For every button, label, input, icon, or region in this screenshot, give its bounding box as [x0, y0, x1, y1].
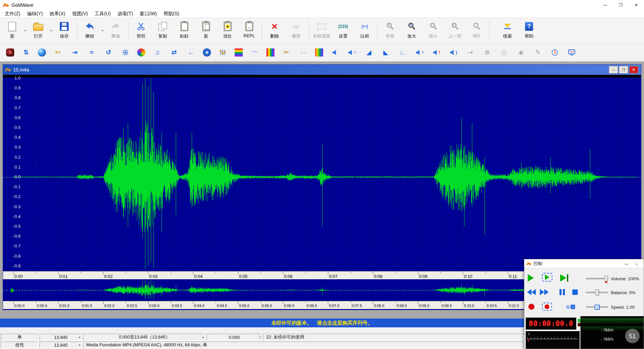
speaker-eq-icon[interactable]: =	[414, 47, 425, 58]
document-title-bar[interactable]: 10.m4a — ❐ ✕	[3, 65, 641, 75]
pitch-icon[interactable]: ♫	[152, 47, 162, 58]
new-dropdown[interactable]: ▾	[23, 19, 27, 42]
cut-button[interactable]: 剪切	[130, 19, 152, 42]
volume-slider[interactable]	[586, 275, 608, 282]
record-button[interactable]	[528, 304, 534, 310]
axes-icon[interactable]: Y×	[53, 47, 63, 58]
position-spinner[interactable]: ▲▼	[259, 335, 261, 339]
fast-forward-button[interactable]	[540, 289, 549, 295]
length-cell[interactable]: 13.845 ▼	[40, 334, 82, 341]
cue-points-button[interactable]: 线索	[497, 19, 518, 42]
menu-help[interactable]: 帮助(S)	[160, 10, 183, 18]
menu-edit[interactable]: 编辑(Y)	[24, 10, 46, 18]
wave-rise-icon[interactable]: ◢	[364, 47, 374, 58]
speaker-icon[interactable]	[330, 47, 340, 58]
equalizer-icon[interactable]	[218, 47, 228, 58]
control-title-bar[interactable]: 控制 — □	[524, 259, 644, 268]
length-dropdown-icon[interactable]: ▼	[78, 336, 81, 339]
zoom-previous-button[interactable]: ↩ 上一页	[444, 19, 466, 42]
record-monitor-button[interactable]: ✓	[566, 305, 575, 309]
restriction-icon[interactable]: ⊘	[482, 47, 492, 58]
play-selection-button[interactable]	[542, 273, 552, 282]
shape-updown-icon[interactable]: ⇅	[21, 47, 31, 58]
color-map-icon[interactable]	[315, 48, 323, 57]
trim-button[interactable]: ×|× 修剪	[285, 19, 307, 42]
shape-tool-icon[interactable]: ◇	[499, 47, 509, 58]
menu-tools[interactable]: 工具(U)	[91, 10, 114, 18]
menu-view[interactable]: 视图(V)	[69, 10, 91, 18]
draw-tool-icon[interactable]: ✎	[533, 47, 543, 58]
waveform-canvas[interactable]	[3, 75, 641, 271]
offset-icon[interactable]: +	[203, 48, 211, 57]
mechanize-icon[interactable]	[120, 47, 130, 58]
minimize-button[interactable]: —	[597, 0, 613, 10]
speaker-wave-icon[interactable]: )	[448, 47, 458, 58]
undo-dropdown[interactable]: ▾	[100, 19, 105, 42]
balance-slider[interactable]	[586, 289, 608, 296]
previous-selection-button[interactable]: {↩} 以前	[354, 19, 376, 42]
selection-dropdown-icon[interactable]: ▼	[202, 336, 204, 339]
menu-window[interactable]: 窗口(W)	[136, 10, 160, 18]
paste-new-button[interactable]: 新	[195, 19, 217, 42]
zoom-selection-button[interactable]: SEL	[466, 19, 487, 42]
sphere-icon[interactable]	[38, 48, 46, 57]
control-maximize-button[interactable]: □	[631, 260, 642, 267]
help-button[interactable]: ? 帮助	[518, 19, 540, 42]
pause-button[interactable]	[559, 289, 566, 295]
silence-cut-icon[interactable]: ✂	[281, 47, 291, 58]
smooth-arrow-icon[interactable]: ⇢	[465, 47, 475, 58]
position-cell[interactable]: 0.000 ▲▼	[207, 334, 262, 341]
overlay-badge[interactable]: 51	[625, 329, 640, 343]
save-button[interactable]: 保存	[53, 19, 75, 42]
open-dropdown[interactable]: ▾	[49, 19, 53, 42]
remix-icon[interactable]	[137, 48, 145, 57]
select-all-button[interactable]: 全部选择	[311, 19, 332, 42]
paste-button[interactable]: 粘贴	[173, 19, 195, 42]
flip-edge-icon[interactable]: ⇥	[70, 47, 80, 58]
spectrogram-icon[interactable]	[266, 48, 275, 57]
delete-button[interactable]: × 删除	[264, 19, 285, 42]
noise-gate-icon[interactable]: →←	[298, 47, 308, 58]
timer-icon[interactable]	[550, 47, 560, 58]
exchange-icon[interactable]: ⇄	[169, 47, 179, 58]
open-button[interactable]: 打开	[27, 19, 49, 42]
menu-effects[interactable]: 效果(X)	[46, 10, 69, 18]
doc-minimize-button[interactable]: —	[609, 66, 618, 73]
play-to-end-button[interactable]	[560, 274, 568, 282]
zoom-out-button[interactable]: − 缩小	[423, 19, 444, 42]
menu-options[interactable]: 选项(T)	[114, 10, 136, 18]
stop-button[interactable]	[572, 289, 578, 295]
length2-cell[interactable]: 13.845 ▼	[40, 342, 82, 348]
length2-dropdown-icon[interactable]: ▼	[78, 344, 81, 346]
undo-button[interactable]: 撤销	[79, 19, 100, 42]
doc-restore-button[interactable]: ❐	[619, 66, 628, 73]
marker-corner-icon[interactable]: ∟	[398, 47, 408, 58]
restore-button[interactable]: ❐	[613, 0, 628, 10]
record-selection-button[interactable]	[542, 303, 552, 311]
control-properties-icon[interactable]: ×	[6, 48, 14, 57]
spectrum-layers-icon[interactable]	[235, 48, 243, 57]
monitor-wave-icon[interactable]	[567, 47, 577, 58]
mix-button[interactable]: + 混合	[217, 19, 238, 42]
wave-fall-icon[interactable]: ◣	[381, 47, 391, 58]
replace-button[interactable]: ↔ REPL	[238, 19, 260, 42]
set-selection-button[interactable]: {123} 设置	[332, 19, 354, 42]
control-minimize-button[interactable]: —	[621, 260, 631, 267]
shape-steps-icon[interactable]: ◈	[516, 47, 526, 58]
close-button[interactable]: ✕	[628, 0, 644, 10]
redo-button[interactable]: 重做	[105, 19, 126, 42]
rewind-button[interactable]	[527, 289, 536, 295]
new-button[interactable]: 新	[1, 19, 23, 42]
play-button[interactable]	[528, 274, 534, 282]
shift-left-icon[interactable]: ←	[186, 47, 196, 58]
doc-close-button[interactable]: ✕	[629, 66, 638, 73]
speed-slider[interactable]: ×	[586, 304, 608, 310]
doppler-icon[interactable]: ≈	[87, 47, 97, 58]
overview-position-marker[interactable]	[11, 288, 15, 293]
reverse-icon[interactable]: ↺	[103, 47, 114, 58]
comb-filter-icon[interactable]: ◠◠	[249, 47, 260, 58]
selection-cell[interactable]: 0.000至13.845（13.845） ▼	[83, 334, 206, 341]
zoom-all-button[interactable]: × 所有	[379, 19, 401, 42]
zoom-in-button[interactable]: + 放大	[401, 19, 423, 42]
menu-file[interactable]: 文件(Z)	[1, 10, 24, 18]
